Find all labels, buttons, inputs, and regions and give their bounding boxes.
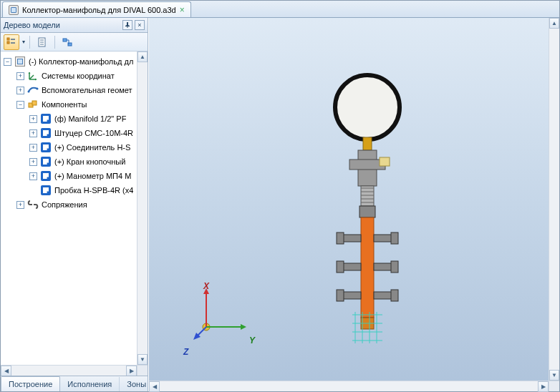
svg-rect-16 [361,217,374,318]
svg-point-5 [28,91,30,93]
svg-marker-34 [241,324,246,330]
expand-icon[interactable]: + [16,72,24,80]
panel-header: Дерево модели × [1,18,148,33]
svg-rect-8 [32,101,37,105]
axis-triad-icon [192,284,249,341]
model-tree[interactable]: − (-) Коллектор-манифольд дл + Системы к… [1,52,137,215]
viewport-scrollbar-corner [549,381,559,391]
expand-icon[interactable]: + [29,129,37,137]
part-icon [40,156,52,167]
panel-close-icon[interactable]: × [135,20,145,30]
scroll-left-icon[interactable]: ◀ [149,381,160,392]
tab-executions[interactable]: Исполнения [60,377,120,391]
pin-icon[interactable] [122,20,132,30]
scroll-down-icon[interactable]: ▼ [137,354,148,365]
axis-x-label: X [203,281,209,291]
panel-bottom-tabs: Построение Исполнения Зоны [1,376,148,391]
scroll-up-icon[interactable]: ▲ [137,52,148,62]
expand-icon[interactable]: + [29,172,37,180]
panel-header-controls: × [122,20,145,30]
collapse-icon[interactable]: − [4,58,11,66]
tree-node-component[interactable]: · Пробка H-SPB-4R (x4 [4,183,135,197]
toolbar-separator [54,36,55,49]
tree-display-mode-button[interactable] [4,34,19,50]
document-tab[interactable]: Коллектор-манифольд для DIVAL 600.a3d × [2,1,191,17]
part-icon [40,170,52,182]
tree-node-mates[interactable]: + Сопряжения [4,197,135,212]
assembly-file-icon [9,5,19,15]
collapse-icon[interactable]: − [16,101,24,109]
svg-rect-26 [391,261,398,273]
axis-y-label: Y [249,335,255,346]
tree-node-component[interactable]: + (+) Кран кнопочный [4,155,135,169]
toolbar-separator [29,36,30,49]
viewport-vertical-scrollbar[interactable]: ▲ ▼ [549,18,559,381]
expand-icon[interactable]: + [16,87,24,94]
svg-rect-0 [7,38,9,40]
components-icon [27,99,39,110]
svg-rect-22 [337,290,344,301]
3d-viewport[interactable]: X Y Z ▲ ▼ ◀ ▶ [148,18,559,391]
model-tree-panel: Дерево модели × ▾ [1,18,148,391]
aux-geometry-icon [27,84,39,96]
expand-icon[interactable]: + [29,115,37,123]
tree-leaf-spacer: · [29,187,37,195]
scroll-right-icon[interactable]: ▶ [126,366,137,376]
app-window: Коллектор-манифольд для DIVAL 600.a3d × … [0,0,560,392]
viewport-horizontal-scrollbar[interactable]: ◀ ▶ [149,381,549,391]
tree-node-component[interactable]: + (ф) Manifold 1/2" PF [4,112,135,126]
svg-rect-14 [361,186,374,206]
tab-build[interactable]: Построение [1,376,60,391]
svg-rect-25 [374,263,392,270]
dropdown-arrow-icon[interactable]: ▾ [22,39,25,45]
tree-node-coordinate-systems[interactable]: + Системы координат [4,69,135,83]
svg-rect-23 [374,235,392,242]
tree-node-component[interactable]: + (+) Манометр МП4 М [4,169,135,183]
document-tab-strip: Коллектор-манифольд для DIVAL 600.a3d × [1,1,559,18]
svg-rect-21 [342,292,361,299]
expand-icon[interactable]: + [29,158,37,166]
expand-icon[interactable]: + [29,144,37,152]
svg-rect-10 [363,137,372,150]
mates-icon [27,199,39,210]
document-tab-title: Коллектор-манифольд для DIVAL 600.a3d [22,6,176,14]
part-icon [40,127,52,139]
part-icon [40,113,52,124]
svg-rect-15 [359,206,375,217]
coordinate-system-icon [27,70,39,82]
scroll-left-icon[interactable]: ◀ [1,366,11,376]
tree-node-component[interactable]: + Штуцер CMC-10M-4R [4,126,135,140]
svg-point-9 [335,75,400,139]
svg-rect-24 [391,232,398,244]
svg-rect-20 [337,261,344,273]
3d-model-render [328,72,407,358]
svg-rect-27 [374,292,392,299]
tree-node-aux-geometry[interactable]: + Вспомогательная геомет [4,83,135,97]
toolbar-button-3[interactable] [59,34,75,50]
svg-rect-28 [391,290,398,301]
close-icon[interactable]: × [180,5,185,15]
workspace-body: Дерево модели × ▾ [1,18,559,391]
svg-point-6 [37,88,39,90]
tree-vertical-scrollbar[interactable]: ▲ ▼ [137,52,148,365]
tree-root-node[interactable]: − (-) Коллектор-манифольд дл [4,54,135,69]
svg-rect-18 [337,232,344,244]
panel-toolbar: ▾ [1,33,148,52]
svg-rect-1 [7,41,9,44]
part-icon [40,142,52,153]
assembly-icon [14,56,26,67]
viewport-canvas[interactable]: X Y Z [149,18,559,391]
expand-icon[interactable]: + [16,201,24,209]
scroll-right-icon[interactable]: ▶ [538,381,549,392]
scroll-up-icon[interactable]: ▲ [549,18,559,29]
svg-rect-19 [342,263,361,270]
panel-title: Дерево модели [4,21,60,29]
part-icon [40,185,52,196]
scroll-down-icon[interactable]: ▼ [549,370,559,381]
toolbar-button-2[interactable] [34,34,50,50]
tree-node-component[interactable]: + (+) Соединитель H-S [4,140,135,155]
svg-rect-13 [380,157,390,166]
svg-rect-3 [63,39,67,41]
tree-node-components[interactable]: − Компоненты [4,97,135,112]
axis-z-label: Z [183,347,188,357]
